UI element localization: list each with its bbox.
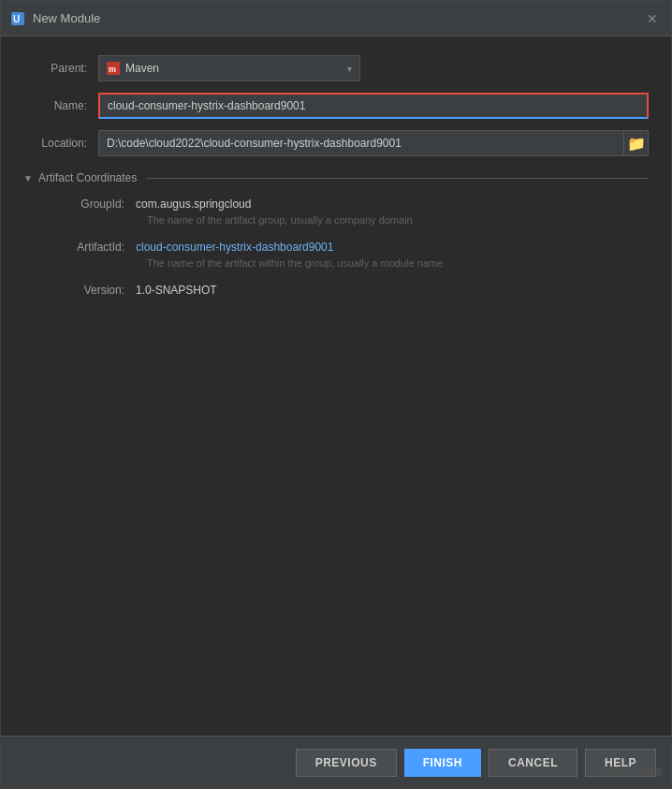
- artifactid-hint: The name of the artifact within the grou…: [51, 257, 649, 269]
- groupid-hint: The name of the artifact group, usually …: [51, 214, 649, 226]
- version-label: Version:: [51, 284, 136, 297]
- section-divider: [146, 178, 649, 179]
- location-input[interactable]: [98, 130, 624, 156]
- section-header: ▼ Artifact Coordinates: [23, 171, 649, 184]
- artifactid-label-row: ArtifactId: cloud-consumer-hystrix-dashb…: [51, 241, 649, 254]
- svg-text:U: U: [13, 14, 20, 24]
- version-value: 1.0-SNAPSHOT: [136, 284, 217, 297]
- name-control: [98, 93, 649, 119]
- groupid-label: GroupId:: [51, 197, 136, 211]
- folder-icon: 📁: [627, 135, 646, 153]
- dropdown-arrow-icon: ▾: [347, 64, 352, 74]
- groupid-row: GroupId: com.augus.springcloud The name …: [23, 197, 649, 226]
- parent-control: m Maven ▾: [98, 55, 649, 81]
- artifactid-row: ArtifactId: cloud-consumer-hystrix-dashb…: [23, 241, 649, 269]
- name-row: Name:: [23, 93, 649, 119]
- collapse-arrow-icon[interactable]: ▼: [23, 173, 33, 183]
- cancel-button[interactable]: CANCEL: [489, 749, 577, 777]
- previous-button[interactable]: PREVIOUS: [296, 749, 397, 777]
- section-title: Artifact Coordinates: [38, 171, 137, 184]
- maven-icon: m: [107, 62, 120, 75]
- title-bar: U New Module ✕: [1, 1, 671, 37]
- parent-label: Parent:: [23, 62, 98, 75]
- close-button[interactable]: ✕: [643, 9, 662, 28]
- dialog-footer: PREVIOUS FINISH CANCEL HELP: [1, 736, 671, 788]
- groupid-label-row: GroupId: com.augus.springcloud: [51, 197, 649, 211]
- artifact-section: ▼ Artifact Coordinates GroupId: com.augu…: [23, 171, 649, 297]
- dialog-content: Parent: m Maven ▾ Name:: [1, 37, 671, 736]
- dialog-title: New Module: [33, 11, 643, 25]
- watermark: @51CSTO博客: [599, 766, 664, 779]
- version-row: Version: 1.0-SNAPSHOT: [23, 284, 649, 297]
- finish-button[interactable]: FINISH: [404, 749, 481, 777]
- new-module-dialog: U New Module ✕ Parent: m Maven ▾: [0, 0, 672, 789]
- groupid-value: com.augus.springcloud: [136, 197, 251, 211]
- name-input[interactable]: [98, 93, 649, 119]
- parent-value: Maven: [125, 62, 159, 75]
- artifactid-value: cloud-consumer-hystrix-dashboard9001: [136, 241, 333, 254]
- browse-button[interactable]: 📁: [624, 130, 649, 156]
- location-row: Location: 📁: [23, 130, 649, 156]
- location-label: Location:: [23, 137, 98, 150]
- name-label: Name:: [23, 99, 98, 112]
- dialog-icon: U: [10, 11, 25, 26]
- parent-select[interactable]: m Maven ▾: [98, 55, 360, 81]
- svg-text:m: m: [109, 65, 116, 74]
- artifactid-label: ArtifactId:: [51, 241, 136, 254]
- parent-row: Parent: m Maven ▾: [23, 55, 649, 81]
